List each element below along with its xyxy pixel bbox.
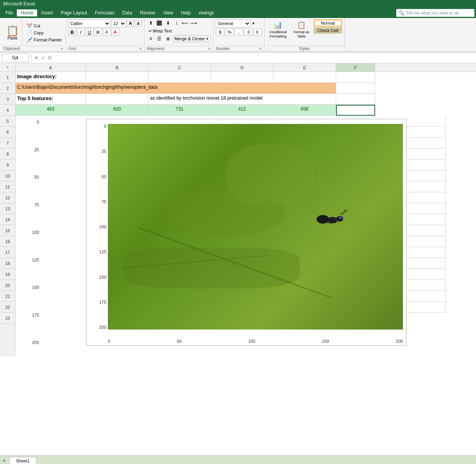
text-direction-button[interactable]: ↕ bbox=[173, 20, 181, 27]
increase-decimal-button[interactable]: .0 bbox=[244, 29, 252, 36]
menu-item-home[interactable]: Home bbox=[17, 9, 37, 16]
menu-item-view[interactable]: View bbox=[159, 9, 177, 16]
row-header-6[interactable]: 6 bbox=[0, 127, 15, 138]
insert-function-icon[interactable]: fx bbox=[48, 55, 52, 61]
row-header-3[interactable]: 3 bbox=[0, 94, 15, 105]
number-expand-icon[interactable]: ▼ bbox=[252, 21, 256, 25]
row-header-5[interactable]: 5 bbox=[0, 116, 15, 127]
row-header-7[interactable]: 7 bbox=[0, 138, 15, 149]
cell-f3[interactable] bbox=[336, 94, 375, 105]
cell-e4[interactable]: 898 bbox=[274, 105, 336, 116]
conditional-formatting-button[interactable]: 📊 ConditionalFormatting bbox=[267, 20, 289, 40]
cell-d4[interactable]: 412 bbox=[211, 105, 274, 116]
menu-item-review[interactable]: Review bbox=[136, 9, 159, 16]
col-header-d[interactable]: D bbox=[211, 63, 274, 72]
copy-button[interactable]: 📄 Copy bbox=[25, 30, 63, 36]
font-name-select[interactable]: Calibri bbox=[68, 20, 111, 27]
col-header-b[interactable]: B bbox=[86, 63, 149, 72]
menu-item-insert[interactable]: Insert bbox=[37, 9, 57, 16]
col-header-f[interactable]: F bbox=[336, 63, 375, 72]
row-header-9[interactable]: 9 bbox=[0, 159, 15, 170]
cell-a4[interactable]: 463 bbox=[16, 105, 86, 116]
align-center-button[interactable]: ☰ bbox=[156, 35, 163, 42]
paste-button[interactable]: 📋 Paste bbox=[3, 20, 22, 46]
formula-input[interactable] bbox=[53, 54, 474, 62]
bold-button[interactable]: B bbox=[68, 28, 76, 36]
row-header-12[interactable]: 12 bbox=[0, 192, 15, 203]
font-size-select[interactable]: 12 bbox=[111, 20, 126, 27]
menu-item-help[interactable]: Help bbox=[177, 9, 195, 16]
cell-b1[interactable] bbox=[86, 72, 149, 83]
enter-formula-icon[interactable]: ✓ bbox=[41, 55, 46, 61]
row-header-1[interactable]: 1 bbox=[0, 72, 15, 83]
wrap-text-button[interactable]: ↵ Wrap Text bbox=[147, 27, 174, 34]
cell-f2[interactable] bbox=[336, 83, 375, 94]
cell-a1[interactable]: Image directory: bbox=[16, 72, 86, 83]
row-header-13[interactable]: 13 bbox=[0, 203, 15, 214]
clipboard-expand-icon[interactable]: ↗ bbox=[60, 47, 63, 51]
indent-increase-button[interactable]: ⟶ bbox=[190, 20, 198, 27]
font-expand-icon[interactable]: ↗ bbox=[139, 47, 142, 51]
align-middle-button[interactable]: ⬛ bbox=[156, 20, 163, 27]
align-top-button[interactable]: ⬆ bbox=[147, 20, 155, 27]
row-header-20[interactable]: 20 bbox=[0, 280, 15, 291]
menu-item-pagelayout[interactable]: Page Layout bbox=[57, 9, 91, 16]
search-bar[interactable]: 🔍 Tell me what you want to do bbox=[396, 9, 474, 17]
normal-style-button[interactable]: Normal bbox=[314, 20, 342, 27]
increase-font-button[interactable]: A bbox=[127, 20, 134, 27]
row-header-23[interactable]: 23 bbox=[0, 313, 15, 324]
row-header-15[interactable]: 15 bbox=[0, 225, 15, 236]
border-button[interactable]: ⊞ bbox=[94, 28, 102, 36]
font-color-button[interactable]: A bbox=[111, 28, 119, 36]
col-header-e[interactable]: E bbox=[274, 63, 336, 72]
number-format-select[interactable]: General bbox=[216, 20, 251, 27]
cell-a3[interactable]: Top 5 features: bbox=[16, 94, 86, 105]
cell-f4[interactable] bbox=[336, 105, 375, 116]
comma-button[interactable]: , bbox=[234, 29, 243, 36]
italic-button[interactable]: I bbox=[77, 28, 85, 36]
number-expand-btn[interactable]: ↗ bbox=[259, 47, 262, 51]
align-right-button[interactable]: ≣ bbox=[164, 35, 172, 42]
alignment-expand-icon[interactable]: ↗ bbox=[208, 47, 211, 51]
cell-e1[interactable] bbox=[274, 72, 336, 83]
select-all-button[interactable]: ▼ bbox=[0, 63, 16, 72]
menu-item-data[interactable]: Data bbox=[118, 9, 136, 16]
percent-style-button[interactable]: % bbox=[225, 29, 234, 36]
row-header-17[interactable]: 17 bbox=[0, 247, 15, 258]
cell-b3[interactable] bbox=[86, 94, 149, 105]
underline-button[interactable]: U bbox=[86, 28, 93, 36]
row-header-4[interactable]: 4 bbox=[0, 105, 15, 116]
row-header-11[interactable]: 11 bbox=[0, 181, 15, 192]
row-header-2[interactable]: 2 bbox=[0, 83, 15, 94]
decrease-decimal-button[interactable]: 0. bbox=[253, 29, 262, 36]
percent-button[interactable]: $ bbox=[216, 29, 224, 36]
menu-item-formulas[interactable]: Formulas bbox=[91, 9, 118, 16]
row-header-21[interactable]: 21 bbox=[0, 291, 15, 302]
row-header-10[interactable]: 10 bbox=[0, 170, 15, 181]
col-header-a[interactable]: A bbox=[16, 63, 86, 72]
row-header-8[interactable]: 8 bbox=[0, 149, 15, 159]
fill-color-button[interactable]: A bbox=[103, 28, 111, 36]
menu-item-file[interactable]: File bbox=[2, 9, 17, 16]
cancel-formula-icon[interactable]: ✕ bbox=[34, 55, 39, 61]
col-header-c[interactable]: C bbox=[149, 63, 211, 72]
align-bottom-button[interactable]: ⬇ bbox=[164, 20, 172, 27]
cell-b4[interactable]: 600 bbox=[86, 105, 149, 116]
cell-f1[interactable] bbox=[336, 72, 375, 83]
cell-c1[interactable] bbox=[149, 72, 211, 83]
row-header-14[interactable]: 14 bbox=[0, 214, 15, 225]
cut-button[interactable]: ✂️ Cut bbox=[25, 23, 63, 29]
row-header-18[interactable]: 18 bbox=[0, 258, 15, 269]
menu-item-xlwings[interactable]: xlwings bbox=[195, 9, 218, 16]
align-left-button[interactable]: ≡ bbox=[147, 35, 155, 42]
format-painter-button[interactable]: 🖌️ Format Painter bbox=[25, 37, 63, 43]
row-header-22[interactable]: 22 bbox=[0, 302, 15, 313]
cell-c4[interactable]: 731 bbox=[149, 105, 211, 116]
cell-c3-e3[interactable]: as identified by torchvision resnet 18 p… bbox=[149, 94, 336, 105]
format-as-table-button[interactable]: 📋 Format as Table bbox=[290, 20, 312, 40]
row-header-16[interactable]: 16 bbox=[0, 236, 15, 247]
check-cell-button[interactable]: Check Cell bbox=[314, 27, 342, 34]
decrease-font-button[interactable]: A bbox=[135, 20, 142, 27]
row-header-19[interactable]: 19 bbox=[0, 269, 15, 280]
cell-a2[interactable]: C:\Users\Bojan\Documents\torchingit\torc… bbox=[16, 83, 336, 94]
